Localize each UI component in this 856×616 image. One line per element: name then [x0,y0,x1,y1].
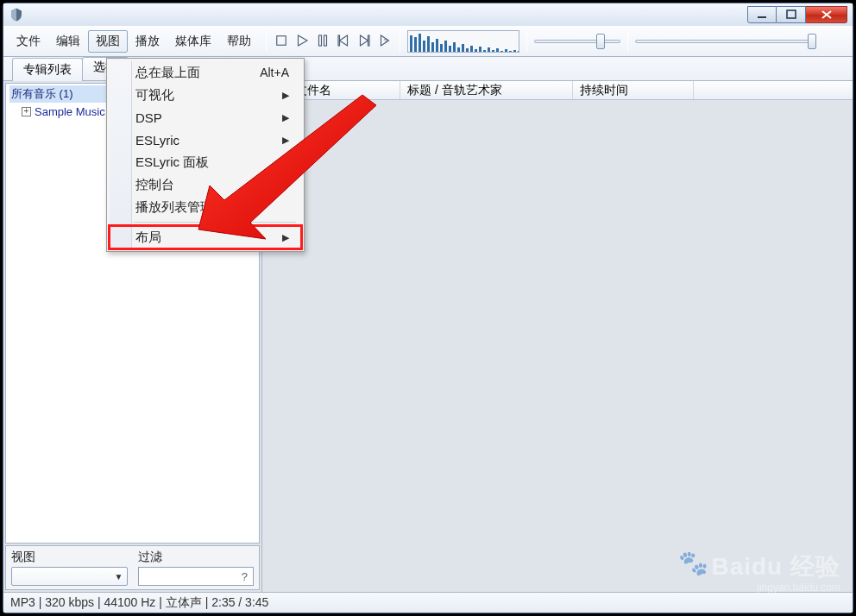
menu-item-1[interactable]: 编辑 [48,30,88,53]
volume-slider[interactable] [635,37,816,46]
column-header-2[interactable]: 标题 / 音轨艺术家 [400,81,573,99]
svg-rect-26 [488,47,490,53]
svg-rect-21 [466,48,469,53]
svg-rect-0 [758,16,766,18]
tree-row-label: Sample Music [35,105,105,118]
svg-rect-19 [457,47,460,53]
menu-entry-label: 控制台 [135,177,174,193]
expander-icon[interactable]: + [22,107,31,116]
prev-button[interactable] [336,33,351,51]
svg-rect-11 [423,41,425,53]
view-menu-dropdown[interactable]: 总在最上面Alt+A可视化▶DSP▶ESLyric▶ESLyric 面板控制台播… [106,58,305,252]
submenu-arrow-icon: ▶ [282,112,289,123]
menu-item-0[interactable]: 文件 [9,30,48,53]
status-text: MP3 | 320 kbps | 44100 Hz | 立体声 | 2:35 /… [10,595,268,611]
svg-rect-28 [496,48,499,53]
status-bar: MP3 | 320 kbps | 44100 Hz | 立体声 | 2:35 /… [3,592,853,613]
svg-rect-32 [513,50,516,53]
menu-entry-0[interactable]: 总在最上面Alt+A [110,61,301,84]
menu-entry-label: 总在最上面 [135,65,200,81]
window-buttons [747,6,847,23]
menu-entry-label: ESLyric [135,133,179,148]
column-header-1[interactable]: 文件名 [288,81,400,99]
svg-rect-17 [449,46,451,53]
menu-entry-4[interactable]: ESLyric 面板 [110,151,301,173]
svg-rect-2 [277,35,286,45]
svg-rect-15 [440,44,443,53]
menu-entry-label: 可视化 [135,87,174,104]
menu-item-5[interactable]: 帮助 [219,30,259,53]
svg-rect-16 [444,41,447,53]
svg-rect-23 [475,49,477,53]
titlebar [3,3,853,26]
pause-button[interactable] [315,33,330,51]
menu-entry-1[interactable]: 可视化▶ [110,84,301,106]
svg-rect-30 [505,49,507,53]
filter-label: 过滤 [138,550,255,565]
column-headers[interactable]: 态文件名标题 / 音轨艺术家持续时间 [262,81,853,100]
svg-rect-27 [492,50,494,53]
svg-rect-29 [500,51,503,53]
svg-rect-4 [324,35,327,46]
svg-text:?: ? [384,37,387,45]
toolbar: 文件编辑视图播放媒体库帮助 ? [3,26,853,57]
playlist-area[interactable]: 态文件名标题 / 音轨艺术家持续时间 [262,81,853,592]
menu-item-2[interactable]: 视图 [88,30,128,53]
svg-rect-10 [419,34,421,53]
svg-rect-31 [509,51,512,53]
menu-entry-label: 布局 [135,229,161,246]
watermark: 🐾Baidu 经验 jingyan.baidu.com [678,552,840,594]
column-header-3[interactable]: 持续时间 [573,81,694,99]
menu-entry-label: DSP [135,110,162,125]
menu-shortcut: Alt+A [260,66,289,79]
svg-rect-1 [787,10,796,18]
app-icon [9,7,24,22]
visualizer[interactable] [407,30,519,53]
svg-rect-22 [470,46,473,53]
seek-slider[interactable] [534,37,620,46]
menu-bar: 文件编辑视图播放媒体库帮助 [9,27,259,56]
tree-row-label: 所有音乐 (1) [11,86,73,102]
svg-rect-13 [431,42,434,53]
menu-item-3[interactable]: 播放 [128,30,167,53]
svg-rect-9 [414,37,417,53]
submenu-arrow-icon: ▶ [282,135,289,146]
svg-rect-18 [453,42,456,53]
stop-button[interactable] [274,33,289,51]
svg-rect-14 [436,39,438,53]
menu-entry-2[interactable]: DSP▶ [110,106,301,129]
menu-entry-3[interactable]: ESLyric▶ [110,129,301,151]
minimize-button[interactable] [747,6,777,23]
submenu-arrow-icon: ▶ [282,232,289,243]
menu-entry-8[interactable]: 布局▶ [110,226,301,248]
menu-entry-6[interactable]: 播放列表管理器 [110,196,301,218]
menu-entry-label: ESLyric 面板 [135,154,209,171]
menu-entry-label: 播放列表管理器 [135,199,226,216]
svg-rect-33 [518,51,519,53]
playback-controls: ? [274,33,393,51]
submenu-arrow-icon: ▶ [282,90,289,101]
view-select[interactable]: ▼ [11,567,128,586]
next-button[interactable] [356,33,372,51]
sidebar-controls: 视图 ▼ 过滤 ? [5,545,260,590]
svg-rect-25 [483,50,486,53]
menu-entry-5[interactable]: 控制台 [110,173,301,196]
svg-rect-3 [319,35,322,46]
svg-rect-24 [479,47,482,53]
close-button[interactable] [806,6,847,23]
tab-0[interactable]: 专辑列表 [12,58,83,81]
maximize-button[interactable] [777,6,806,23]
menu-separator [134,222,296,223]
play-button[interactable] [294,33,310,51]
svg-rect-12 [427,36,430,53]
svg-rect-20 [462,44,464,53]
filter-input[interactable]: ? [138,567,255,586]
view-label: 视图 [11,550,128,565]
random-button[interactable]: ? [377,33,393,51]
svg-rect-8 [410,35,412,53]
menu-item-4[interactable]: 媒体库 [167,30,219,53]
